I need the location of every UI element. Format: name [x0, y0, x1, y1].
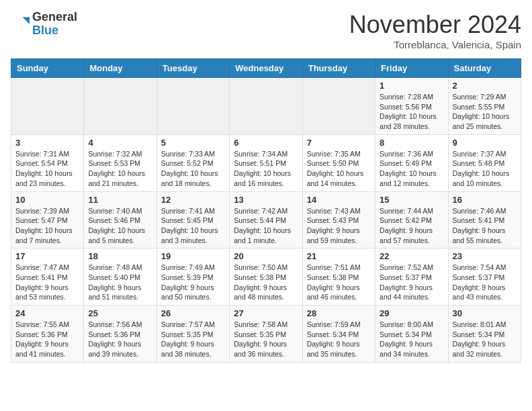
day-number: 30: [453, 308, 517, 318]
calendar-week-row: 3Sunrise: 7:31 AM Sunset: 5:54 PM Daylig…: [11, 134, 521, 191]
calendar-cell: 16Sunrise: 7:46 AM Sunset: 5:41 PM Dayli…: [448, 191, 521, 248]
day-number: 13: [234, 195, 298, 205]
calendar-cell: 23Sunrise: 7:54 AM Sunset: 5:37 PM Dayli…: [448, 248, 521, 306]
calendar-cell: [157, 78, 229, 135]
calendar-header-row: SundayMondayTuesdayWednesdayThursdayFrid…: [11, 59, 521, 78]
day-number: 4: [88, 138, 152, 148]
calendar-cell: 7Sunrise: 7:35 AM Sunset: 5:50 PM Daylig…: [302, 134, 375, 191]
day-number: 17: [15, 251, 79, 261]
day-info: Sunrise: 7:52 AM Sunset: 5:37 PM Dayligh…: [380, 263, 443, 302]
day-number: 28: [307, 308, 371, 318]
day-number: 10: [15, 195, 79, 205]
weekday-header: Monday: [84, 59, 157, 78]
day-info: Sunrise: 7:36 AM Sunset: 5:49 PM Dayligh…: [380, 149, 443, 189]
day-info: Sunrise: 8:00 AM Sunset: 5:34 PM Dayligh…: [380, 320, 443, 359]
calendar-cell: 11Sunrise: 7:40 AM Sunset: 5:46 PM Dayli…: [84, 191, 157, 248]
day-number: 18: [88, 251, 152, 261]
day-number: 1: [380, 81, 443, 91]
calendar-cell: 8Sunrise: 7:36 AM Sunset: 5:49 PM Daylig…: [375, 134, 448, 191]
day-info: Sunrise: 7:49 AM Sunset: 5:39 PM Dayligh…: [161, 263, 225, 302]
calendar-cell: 17Sunrise: 7:47 AM Sunset: 5:41 PM Dayli…: [11, 248, 84, 306]
day-number: 22: [380, 251, 443, 261]
day-info: Sunrise: 7:43 AM Sunset: 5:43 PM Dayligh…: [307, 206, 371, 246]
day-number: 25: [88, 308, 152, 318]
day-info: Sunrise: 7:57 AM Sunset: 5:35 PM Dayligh…: [161, 320, 225, 359]
calendar-cell: 4Sunrise: 7:32 AM Sunset: 5:53 PM Daylig…: [84, 134, 157, 191]
calendar-cell: 15Sunrise: 7:44 AM Sunset: 5:42 PM Dayli…: [375, 191, 448, 248]
day-info: Sunrise: 7:40 AM Sunset: 5:46 PM Dayligh…: [88, 206, 152, 246]
day-number: 11: [88, 195, 152, 205]
calendar-cell: 25Sunrise: 7:56 AM Sunset: 5:36 PM Dayli…: [84, 306, 157, 363]
calendar-table: SundayMondayTuesdayWednesdayThursdayFrid…: [11, 58, 521, 363]
weekday-header: Thursday: [302, 59, 375, 78]
calendar-cell: [11, 78, 84, 135]
calendar-cell: [84, 78, 157, 135]
calendar-cell: 21Sunrise: 7:51 AM Sunset: 5:38 PM Dayli…: [302, 248, 375, 306]
day-info: Sunrise: 7:44 AM Sunset: 5:42 PM Dayligh…: [380, 206, 443, 246]
calendar-week-row: 1Sunrise: 7:28 AM Sunset: 5:56 PM Daylig…: [11, 78, 521, 135]
day-info: Sunrise: 7:48 AM Sunset: 5:40 PM Dayligh…: [88, 263, 152, 302]
calendar-cell: 13Sunrise: 7:42 AM Sunset: 5:44 PM Dayli…: [230, 191, 302, 248]
weekday-header: Sunday: [11, 59, 84, 78]
day-number: 12: [161, 195, 225, 205]
day-number: 16: [453, 195, 517, 205]
calendar-cell: 1Sunrise: 7:28 AM Sunset: 5:56 PM Daylig…: [375, 78, 448, 135]
calendar-cell: 18Sunrise: 7:48 AM Sunset: 5:40 PM Dayli…: [84, 248, 157, 306]
day-number: 20: [234, 251, 298, 261]
day-info: Sunrise: 7:39 AM Sunset: 5:47 PM Dayligh…: [15, 206, 79, 246]
location-subtitle: Torreblanca, Valencia, Spain: [349, 39, 521, 50]
day-number: 8: [380, 138, 443, 148]
calendar-cell: 3Sunrise: 7:31 AM Sunset: 5:54 PM Daylig…: [11, 134, 84, 191]
calendar-cell: 26Sunrise: 7:57 AM Sunset: 5:35 PM Dayli…: [157, 306, 229, 363]
calendar-week-row: 24Sunrise: 7:55 AM Sunset: 5:36 PM Dayli…: [11, 306, 521, 363]
logo-blue: Blue: [32, 24, 58, 37]
day-number: 5: [161, 138, 225, 148]
weekday-header: Friday: [375, 59, 448, 78]
day-info: Sunrise: 7:35 AM Sunset: 5:50 PM Dayligh…: [307, 149, 371, 189]
day-number: 21: [307, 251, 371, 261]
calendar-cell: [302, 78, 375, 135]
day-info: Sunrise: 7:32 AM Sunset: 5:53 PM Dayligh…: [88, 149, 152, 189]
calendar-week-row: 10Sunrise: 7:39 AM Sunset: 5:47 PM Dayli…: [11, 191, 521, 248]
svg-marker-0: [23, 17, 30, 24]
calendar-cell: 10Sunrise: 7:39 AM Sunset: 5:47 PM Dayli…: [11, 191, 84, 248]
calendar-week-row: 17Sunrise: 7:47 AM Sunset: 5:41 PM Dayli…: [11, 248, 521, 306]
day-info: Sunrise: 7:41 AM Sunset: 5:45 PM Dayligh…: [161, 206, 225, 246]
day-number: 23: [453, 251, 517, 261]
day-info: Sunrise: 7:56 AM Sunset: 5:36 PM Dayligh…: [88, 320, 152, 359]
calendar-cell: 28Sunrise: 7:59 AM Sunset: 5:34 PM Dayli…: [302, 306, 375, 363]
day-info: Sunrise: 7:37 AM Sunset: 5:48 PM Dayligh…: [453, 149, 517, 189]
day-info: Sunrise: 8:01 AM Sunset: 5:34 PM Dayligh…: [453, 320, 517, 359]
day-number: 15: [380, 195, 443, 205]
calendar-cell: 19Sunrise: 7:49 AM Sunset: 5:39 PM Dayli…: [157, 248, 229, 306]
calendar-cell: 9Sunrise: 7:37 AM Sunset: 5:48 PM Daylig…: [448, 134, 521, 191]
calendar-cell: 20Sunrise: 7:50 AM Sunset: 5:38 PM Dayli…: [230, 248, 302, 306]
day-info: Sunrise: 7:51 AM Sunset: 5:38 PM Dayligh…: [307, 263, 371, 302]
page-header: General Blue November 2024 Torreblanca, …: [11, 11, 521, 50]
logo-icon: [11, 15, 30, 34]
calendar-cell: 12Sunrise: 7:41 AM Sunset: 5:45 PM Dayli…: [157, 191, 229, 248]
day-info: Sunrise: 7:54 AM Sunset: 5:37 PM Dayligh…: [453, 263, 517, 302]
day-number: 27: [234, 308, 298, 318]
day-number: 2: [453, 81, 517, 91]
calendar-cell: 27Sunrise: 7:58 AM Sunset: 5:35 PM Dayli…: [230, 306, 302, 363]
day-info: Sunrise: 7:50 AM Sunset: 5:38 PM Dayligh…: [234, 263, 298, 302]
day-info: Sunrise: 7:34 AM Sunset: 5:51 PM Dayligh…: [234, 149, 298, 189]
day-info: Sunrise: 7:31 AM Sunset: 5:54 PM Dayligh…: [15, 149, 79, 189]
day-info: Sunrise: 7:46 AM Sunset: 5:41 PM Dayligh…: [453, 206, 517, 246]
day-info: Sunrise: 7:59 AM Sunset: 5:34 PM Dayligh…: [307, 320, 371, 359]
day-info: Sunrise: 7:28 AM Sunset: 5:56 PM Dayligh…: [380, 92, 443, 132]
day-number: 19: [161, 251, 225, 261]
day-number: 24: [15, 308, 79, 318]
day-number: 6: [234, 138, 298, 148]
title-block: November 2024 Torreblanca, Valencia, Spa…: [349, 11, 521, 50]
day-info: Sunrise: 7:47 AM Sunset: 5:41 PM Dayligh…: [15, 263, 79, 302]
day-number: 29: [380, 308, 443, 318]
calendar-cell: 24Sunrise: 7:55 AM Sunset: 5:36 PM Dayli…: [11, 306, 84, 363]
logo-text: General Blue: [32, 11, 77, 38]
day-info: Sunrise: 7:55 AM Sunset: 5:36 PM Dayligh…: [15, 320, 79, 359]
weekday-header: Wednesday: [230, 59, 302, 78]
day-number: 7: [307, 138, 371, 148]
day-number: 14: [307, 195, 371, 205]
calendar-cell: 22Sunrise: 7:52 AM Sunset: 5:37 PM Dayli…: [375, 248, 448, 306]
